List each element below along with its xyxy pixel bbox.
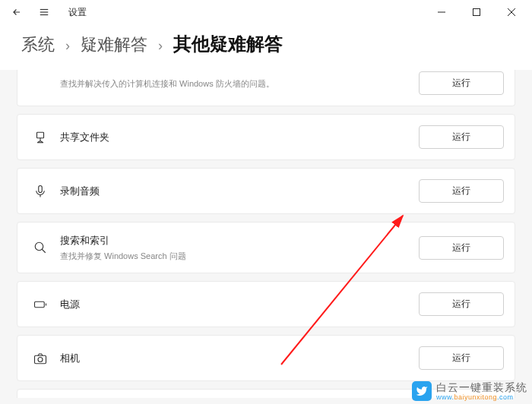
app-title: 设置	[68, 6, 87, 19]
list-item: 录制音频 运行	[17, 168, 515, 214]
titlebar-left: 设置	[3, 6, 87, 19]
run-button[interactable]: 运行	[419, 292, 504, 316]
row-text: 搜索和索引 查找并修复 Windows Search 问题	[60, 233, 419, 262]
battery-icon	[27, 298, 54, 311]
breadcrumb: 系统 › 疑难解答 › 其他疑难解答	[0, 24, 532, 70]
minimize-button[interactable]	[424, 0, 459, 24]
watermark-main: 白云一键重装系统	[436, 382, 527, 393]
back-icon[interactable]	[11, 6, 23, 18]
svg-rect-18	[35, 355, 46, 364]
list-item: 电源 运行	[17, 281, 515, 327]
svg-line-15	[42, 249, 46, 253]
svg-point-14	[35, 242, 43, 251]
row-title: 相机	[60, 351, 419, 366]
row-title: 电源	[60, 297, 419, 312]
svg-rect-7	[37, 132, 44, 138]
run-button[interactable]: 运行	[419, 125, 504, 149]
svg-point-19	[38, 357, 43, 361]
run-button[interactable]: 运行	[419, 179, 504, 203]
camera-icon	[27, 352, 54, 365]
watermark-text: 白云一键重装系统 www.baiyunxitong.com	[436, 382, 527, 401]
row-title: 录制音频	[60, 184, 419, 199]
run-button[interactable]: 运行	[419, 346, 504, 370]
maximize-button[interactable]	[459, 0, 494, 24]
watermark: 白云一键重装系统 www.baiyunxitong.com	[412, 381, 527, 401]
chevron-right-icon: ›	[65, 38, 70, 54]
row-text: 电源	[60, 297, 419, 312]
list-item: 相机 运行	[17, 335, 515, 381]
chevron-right-icon: ›	[158, 38, 163, 54]
row-desc: 查找并解决传入的计算机连接和 Windows 防火墙的问题。	[60, 77, 419, 90]
watermark-logo-icon	[412, 381, 432, 401]
menu-icon[interactable]	[38, 6, 50, 18]
list-item: 搜索和索引 查找并修复 Windows Search 问题 运行	[17, 222, 515, 273]
row-title: 搜索和索引	[60, 233, 419, 248]
row-text: 共享文件夹	[60, 130, 419, 145]
run-button[interactable]: 运行	[419, 236, 504, 260]
list-item: 共享文件夹 运行	[17, 114, 515, 160]
run-button[interactable]: 运行	[419, 71, 504, 95]
watermark-sub: www.baiyunxitong.com	[436, 394, 527, 401]
row-text: 查找并解决传入的计算机连接和 Windows 防火墙的问题。	[60, 76, 419, 90]
breadcrumb-troubleshoot[interactable]: 疑难解答	[81, 33, 147, 56]
troubleshooter-list: 查找并解决传入的计算机连接和 Windows 防火墙的问题。 运行 共享文件夹 …	[0, 70, 532, 398]
breadcrumb-system[interactable]: 系统	[21, 33, 55, 56]
row-text: 相机	[60, 351, 419, 366]
search-icon	[27, 241, 54, 254]
folder-share-icon	[27, 131, 54, 144]
close-button[interactable]	[494, 0, 529, 24]
list-item: 查找并解决传入的计算机连接和 Windows 防火墙的问题。 运行	[17, 70, 515, 106]
svg-rect-4	[473, 9, 480, 16]
svg-rect-16	[35, 301, 45, 308]
row-desc: 查找并修复 Windows Search 问题	[60, 250, 419, 263]
svg-rect-12	[39, 185, 43, 192]
titlebar: 设置	[0, 0, 532, 24]
mic-icon	[27, 185, 54, 198]
window-controls	[424, 0, 529, 24]
breadcrumb-current: 其他疑难解答	[173, 32, 283, 56]
row-text: 录制音频	[60, 184, 419, 199]
row-title: 共享文件夹	[60, 130, 419, 145]
